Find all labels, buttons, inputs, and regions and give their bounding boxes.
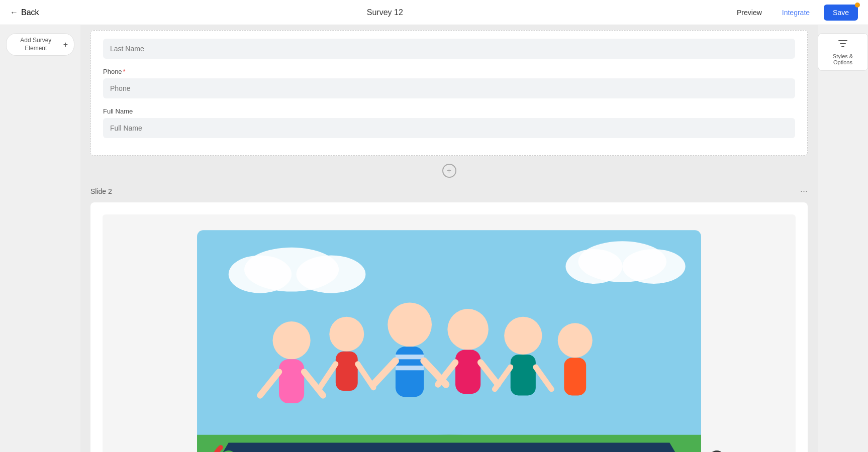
slide2-card: SUMMER CAMP — [90, 202, 808, 452]
svg-rect-20 — [396, 366, 424, 370]
svg-rect-32 — [564, 358, 586, 395]
svg-point-6 — [622, 249, 685, 284]
styles-label: Styles & Options — [824, 53, 861, 65]
slide2-title: Slide 2 — [90, 187, 112, 195]
add-element-label: Add Survey Element — [13, 37, 59, 52]
svg-point-23 — [447, 309, 488, 350]
svg-point-3 — [296, 255, 365, 293]
svg-point-2 — [229, 255, 292, 293]
back-arrow-icon: ← — [10, 8, 18, 17]
phone-label: Phone* — [103, 68, 795, 75]
svg-point-31 — [558, 323, 593, 358]
full-name-label: Full Name — [103, 107, 795, 115]
content-area: Phone* Full Name + Slide 2 ··· — [80, 25, 818, 452]
svg-rect-28 — [511, 355, 536, 395]
styles-options-button[interactable]: Styles & Options — [818, 33, 868, 71]
last-name-group — [103, 39, 795, 59]
full-name-input[interactable] — [103, 118, 795, 138]
svg-point-27 — [504, 317, 542, 355]
slide1-partial: Phone* Full Name — [90, 30, 808, 156]
preview-button[interactable]: Preview — [731, 6, 768, 20]
save-button[interactable]: Save — [824, 5, 858, 21]
svg-point-9 — [272, 321, 310, 359]
svg-rect-19 — [396, 355, 424, 359]
phone-input[interactable] — [103, 78, 795, 98]
summer-camp-svg: SUMMER CAMP — [103, 214, 796, 452]
svg-rect-24 — [455, 350, 480, 394]
plus-icon: + — [63, 40, 68, 49]
summer-camp-image: SUMMER CAMP — [103, 214, 796, 452]
header-actions: Preview Integrate Save — [731, 5, 858, 21]
svg-point-13 — [329, 317, 364, 352]
save-badge — [855, 3, 860, 8]
slide2-menu-button[interactable]: ··· — [800, 186, 808, 196]
back-button[interactable]: ← Back — [10, 8, 39, 17]
slide2-header: Slide 2 ··· — [90, 186, 808, 196]
required-star: * — [123, 68, 126, 75]
page-title: Survey 12 — [367, 8, 403, 17]
svg-rect-10 — [279, 359, 304, 403]
add-between-slides-button[interactable]: + — [442, 164, 456, 178]
integrate-button[interactable]: Integrate — [776, 6, 816, 20]
main-layout: Add Survey Element + Phone* — [0, 25, 868, 452]
add-survey-element-button[interactable]: Add Survey Element + — [6, 33, 74, 56]
full-name-group: Full Name — [103, 107, 795, 138]
slide2-container: Slide 2 ··· — [90, 186, 808, 452]
svg-text:SUMMER CAMP: SUMMER CAMP — [303, 448, 596, 452]
header: ← Back Survey 12 Preview Integrate Save — [0, 0, 868, 25]
svg-point-5 — [565, 249, 622, 284]
svg-rect-18 — [396, 347, 424, 397]
phone-group: Phone* — [103, 68, 795, 98]
sidebar: Add Survey Element + — [0, 25, 80, 452]
svg-point-17 — [388, 303, 432, 347]
right-panel: Styles & Options — [818, 25, 868, 452]
svg-rect-14 — [336, 352, 358, 391]
back-label: Back — [21, 8, 39, 17]
slide-divider: + — [90, 164, 808, 178]
filter-icon — [838, 39, 848, 51]
last-name-input[interactable] — [103, 39, 795, 59]
